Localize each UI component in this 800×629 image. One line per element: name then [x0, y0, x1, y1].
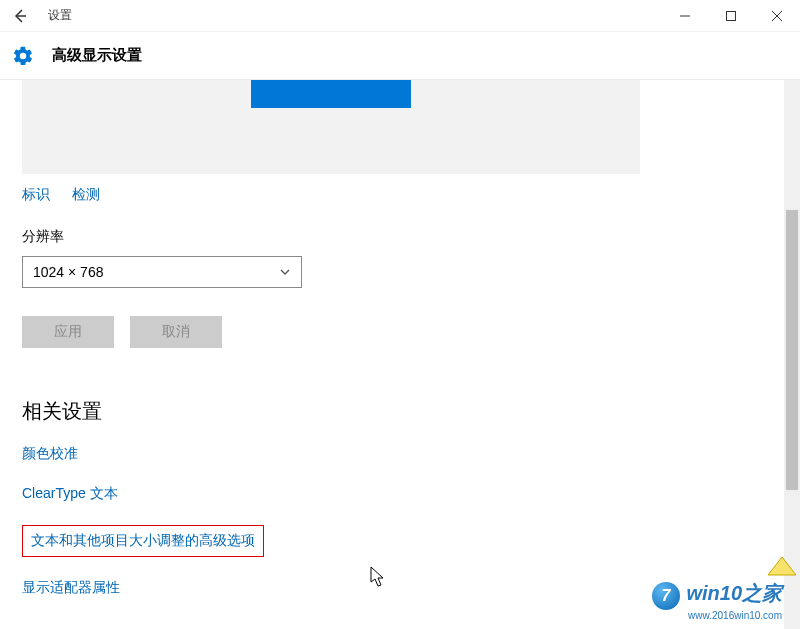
svg-rect-2: [727, 11, 736, 20]
display-adapter-properties-link[interactable]: 显示适配器属性: [22, 579, 120, 597]
svg-marker-5: [768, 557, 796, 575]
display-actions: 标识 检测: [22, 186, 800, 204]
identify-link[interactable]: 标识: [22, 186, 50, 202]
window-title: 设置: [48, 7, 72, 24]
back-button[interactable]: [0, 0, 40, 32]
text-sizing-advanced-link[interactable]: 文本和其他项目大小调整的高级选项: [31, 532, 255, 548]
minimize-button[interactable]: [662, 0, 708, 32]
highlighted-link-box: 文本和其他项目大小调整的高级选项: [22, 525, 264, 557]
window-titlebar: 设置: [0, 0, 800, 32]
apply-button[interactable]: 应用: [22, 316, 114, 348]
vertical-scrollbar[interactable]: [784, 80, 800, 629]
page-curl-icon: [764, 553, 800, 577]
resolution-dropdown[interactable]: 1024 × 768: [22, 256, 302, 288]
close-icon: [772, 11, 782, 21]
page-title: 高级显示设置: [52, 46, 142, 65]
back-arrow-icon: [12, 8, 28, 24]
detect-link[interactable]: 检测: [72, 186, 100, 202]
monitor-thumbnail[interactable]: [251, 80, 411, 108]
cancel-button[interactable]: 取消: [130, 316, 222, 348]
maximize-button[interactable]: [708, 0, 754, 32]
cleartype-link[interactable]: ClearType 文本: [22, 485, 118, 503]
resolution-label: 分辨率: [22, 228, 800, 246]
related-settings-heading: 相关设置: [22, 398, 800, 425]
resolution-value: 1024 × 768: [33, 264, 103, 280]
scrollbar-thumb[interactable]: [786, 210, 798, 490]
content-area: 标识 检测 分辨率 1024 × 768 应用 取消 相关设置 颜色校准 Cle…: [0, 80, 800, 629]
close-button[interactable]: [754, 0, 800, 32]
maximize-icon: [726, 11, 736, 21]
gear-icon: [12, 45, 34, 67]
watermark-brand: win10之家: [686, 582, 782, 604]
watermark-url: www.2016win10.com: [652, 610, 782, 621]
display-preview: [22, 80, 640, 174]
action-buttons: 应用 取消: [22, 316, 800, 348]
watermark-badge: 7: [652, 582, 680, 610]
related-settings-links: 颜色校准 ClearType 文本 文本和其他项目大小调整的高级选项 显示适配器…: [22, 445, 800, 597]
chevron-down-icon: [279, 266, 291, 278]
minimize-icon: [680, 11, 690, 21]
watermark: 7 win10之家 www.2016win10.com: [652, 582, 782, 621]
color-calibration-link[interactable]: 颜色校准: [22, 445, 78, 463]
page-header: 高级显示设置: [0, 32, 800, 80]
